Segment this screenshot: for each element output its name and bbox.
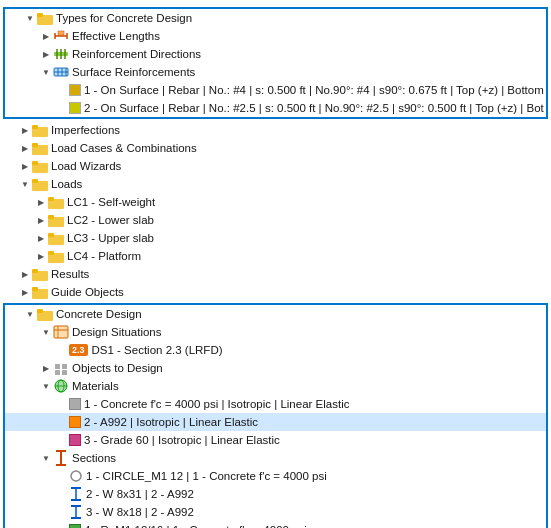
- materials-item[interactable]: Materials: [5, 377, 546, 395]
- objects-to-design-label: Objects to Design: [72, 362, 163, 374]
- i-section-icon: [69, 487, 83, 501]
- types-root-item[interactable]: Types for Concrete Design: [5, 9, 546, 27]
- lc1-folder-icon: [48, 194, 64, 210]
- ds1-badge: 2.3: [69, 344, 88, 356]
- design-situations-item[interactable]: Design Situations: [5, 323, 546, 341]
- sec-3-item[interactable]: 3 - W 8x18 | 2 - A992: [5, 503, 546, 521]
- reinf-icon: [53, 46, 69, 62]
- svg-rect-35: [32, 287, 38, 291]
- guide-objects-label: Guide Objects: [51, 286, 124, 298]
- load-wizards-toggle[interactable]: [18, 159, 32, 173]
- types-toggle[interactable]: [23, 11, 37, 25]
- surface-1-item[interactable]: 1 - On Surface | Rebar | No.: #4 | s: 0.…: [5, 81, 546, 99]
- sections-item[interactable]: Sections: [5, 449, 546, 467]
- surface-reinf-item[interactable]: Surface Reinforcements: [5, 63, 546, 81]
- design-situations-icon: [53, 324, 69, 340]
- load-cases-item[interactable]: Load Cases & Combinations: [0, 139, 551, 157]
- mat-2-item[interactable]: 2 - A992 | Isotropic | Linear Elastic: [5, 413, 546, 431]
- mat-3-item[interactable]: 3 - Grade 60 | Isotropic | Linear Elasti…: [5, 431, 546, 449]
- reinf-directions-item[interactable]: Reinforcement Directions: [5, 45, 546, 63]
- svg-rect-41: [55, 364, 60, 369]
- svg-rect-2: [37, 13, 43, 17]
- surface-2-label: 2 - On Surface | Rebar | No.: #2.5 | s: …: [84, 102, 544, 114]
- reinf-directions-label: Reinforcement Directions: [72, 48, 201, 60]
- loads-label: Loads: [51, 178, 82, 190]
- concrete-folder-icon: [37, 306, 53, 322]
- loads-item[interactable]: Loads: [0, 175, 551, 193]
- load-cases-toggle[interactable]: [18, 141, 32, 155]
- objects-toggle[interactable]: [39, 361, 53, 375]
- surface-icon: [53, 64, 69, 80]
- lc1-item[interactable]: LC1 - Self-weight: [0, 193, 551, 211]
- imperfections-item[interactable]: Imperfections: [0, 121, 551, 139]
- imperfections-label: Imperfections: [51, 124, 120, 136]
- sec-2-item[interactable]: 2 - W 8x31 | 2 - A992: [5, 485, 546, 503]
- effective-lengths-label: Effective Lengths: [72, 30, 160, 42]
- lc3-label: LC3 - Upper slab: [67, 232, 154, 244]
- reinf-toggle[interactable]: [39, 47, 53, 61]
- effective-lengths-item[interactable]: Effective Lengths: [5, 27, 546, 45]
- concrete-design-label: Concrete Design: [56, 308, 142, 320]
- objects-to-design-item[interactable]: Objects to Design: [5, 359, 546, 377]
- lc4-item[interactable]: LC4 - Platform: [0, 247, 551, 265]
- svg-rect-23: [32, 179, 38, 183]
- swatch-yellow2: [69, 102, 81, 114]
- svg-rect-31: [48, 251, 54, 255]
- ds1-item[interactable]: 2.3 DS1 - Section 2.3 (LRFD): [5, 341, 546, 359]
- surface-2-item[interactable]: 2 - On Surface | Rebar | No.: #2.5 | s: …: [5, 99, 546, 117]
- lengths-icon: [53, 28, 69, 44]
- sections-toggle[interactable]: [39, 451, 53, 465]
- lc3-toggle[interactable]: [34, 231, 48, 245]
- guide-objects-folder-icon: [32, 284, 48, 300]
- lc2-toggle[interactable]: [34, 213, 48, 227]
- materials-icon: [53, 378, 69, 394]
- loads-toggle[interactable]: [18, 177, 32, 191]
- svg-rect-38: [54, 326, 68, 338]
- materials-toggle[interactable]: [39, 379, 53, 393]
- results-folder-icon: [32, 266, 48, 282]
- sections-icon: [53, 450, 69, 466]
- results-toggle[interactable]: [18, 267, 32, 281]
- svg-rect-27: [48, 215, 54, 219]
- load-cases-label: Load Cases & Combinations: [51, 142, 197, 154]
- sections-label: Sections: [72, 452, 116, 464]
- svg-rect-21: [32, 161, 38, 165]
- results-label: Results: [51, 268, 89, 280]
- svg-rect-43: [55, 370, 60, 375]
- svg-rect-17: [32, 125, 38, 129]
- lc4-toggle[interactable]: [34, 249, 48, 263]
- lc1-label: LC1 - Self-weight: [67, 196, 155, 208]
- swatch-yellow: [69, 84, 81, 96]
- guide-toggle[interactable]: [18, 285, 32, 299]
- i-section-icon2: [69, 505, 83, 519]
- surface-1-label: 1 - On Surface | Rebar | No.: #4 | s: 0.…: [84, 84, 544, 96]
- lc3-folder-icon: [48, 230, 64, 246]
- lc2-label: LC2 - Lower slab: [67, 214, 154, 226]
- imperfections-toggle[interactable]: [18, 123, 32, 137]
- svg-point-51: [71, 471, 81, 481]
- circle-icon: [69, 469, 83, 483]
- surface-toggle[interactable]: [39, 65, 53, 79]
- concrete-section-box: Concrete Design Design Situations 2.3 DS…: [3, 303, 548, 528]
- folder-icon: [37, 10, 53, 26]
- middle-section: Imperfections Load Cases & Combinations …: [0, 121, 551, 301]
- concrete-toggle[interactable]: [23, 307, 37, 321]
- sec-1-item[interactable]: 1 - CIRCLE_M1 12 | 1 - Concrete f'c = 40…: [5, 467, 546, 485]
- lc3-item[interactable]: LC3 - Upper slab: [0, 229, 551, 247]
- guide-objects-item[interactable]: Guide Objects: [0, 283, 551, 301]
- sec-4-label: 4 - R_M1 12/16 | 1 - Concrete f'c = 4000…: [84, 524, 307, 528]
- sec-3-label: 3 - W 8x18 | 2 - A992: [86, 506, 194, 518]
- lc2-folder-icon: [48, 212, 64, 228]
- lc1-toggle[interactable]: [34, 195, 48, 209]
- results-item[interactable]: Results: [0, 265, 551, 283]
- materials-label: Materials: [72, 380, 119, 392]
- concrete-design-item[interactable]: Concrete Design: [5, 305, 546, 323]
- load-wizards-item[interactable]: Load Wizards: [0, 157, 551, 175]
- loads-folder-icon: [32, 176, 48, 192]
- svg-rect-19: [32, 143, 38, 147]
- lc2-item[interactable]: LC2 - Lower slab: [0, 211, 551, 229]
- effective-toggle[interactable]: [39, 29, 53, 43]
- design-situations-toggle[interactable]: [39, 325, 53, 339]
- sec-4-item[interactable]: 4 - R_M1 12/16 | 1 - Concrete f'c = 4000…: [5, 521, 546, 528]
- mat-1-item[interactable]: 1 - Concrete f'c = 4000 psi | Isotropic …: [5, 395, 546, 413]
